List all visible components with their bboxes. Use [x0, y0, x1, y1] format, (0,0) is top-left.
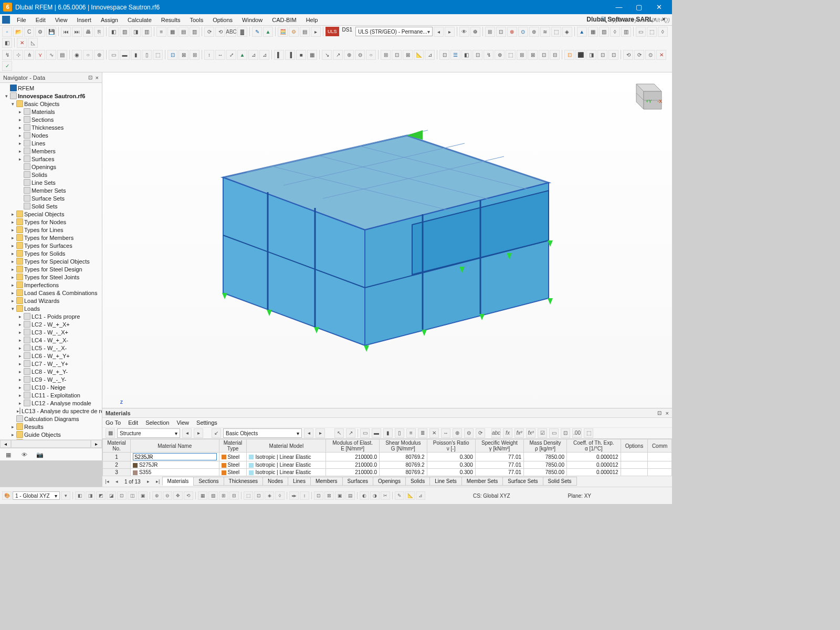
tab-nodes[interactable]: Nodes — [262, 477, 288, 486]
menu-results[interactable]: Results — [156, 15, 185, 25]
tree-node[interactable]: ▸LC4 - W_+_X- — [0, 336, 102, 344]
tree-node[interactable]: Member Sets — [0, 186, 102, 194]
mdi-close-button[interactable]: × — [662, 16, 669, 22]
tree-node[interactable]: RFEM — [0, 84, 102, 92]
menu-file[interactable]: File — [12, 15, 31, 25]
materials-grid[interactable]: MaterialNo.Material NameMaterialTypeMate… — [102, 439, 672, 476]
tree-node[interactable]: ▸LC2 - W_+_X+ — [0, 320, 102, 328]
minimize-button[interactable]: — — [609, 2, 629, 13]
tree-node[interactable]: Calculation Diagrams — [0, 415, 102, 423]
tree-node[interactable]: ▸Guide Objects — [0, 430, 102, 438]
tree-node[interactable]: ▸LC8 - W_+_Y- — [0, 368, 102, 375]
tab-solid-sets[interactable]: Solid Sets — [543, 477, 577, 486]
tree-node[interactable]: ▸LC9 - W_-_Y- — [0, 375, 102, 383]
structure-combo[interactable]: Structure — [117, 428, 180, 438]
tree-node[interactable]: ▸Types for Members — [0, 234, 102, 242]
table-pin-icon[interactable]: ⊡ — [657, 410, 662, 416]
tree-node[interactable]: ▸Load Wizards — [0, 297, 102, 304]
tab-sections[interactable]: Sections — [193, 477, 224, 486]
menu-window[interactable]: Window — [237, 15, 267, 25]
menu-tools[interactable]: Tools — [185, 15, 208, 25]
close-button[interactable]: ✕ — [649, 2, 669, 13]
tree-node[interactable]: ▾Innovespace Sautron.rf6 — [0, 92, 102, 100]
nav-view-icon[interactable]: 👁 — [19, 450, 29, 459]
tab-member-sets[interactable]: Member Sets — [461, 477, 503, 486]
tree-node[interactable]: ▸LC5 - W_-_X- — [0, 344, 102, 352]
tree-node[interactable]: ▸Load Cases & Combinations — [0, 289, 102, 297]
tree-node[interactable]: ▸Nodes — [0, 131, 102, 139]
tab-surface-sets[interactable]: Surface Sets — [502, 477, 543, 486]
tree-node[interactable]: ▸Types for Steel Design — [0, 265, 102, 273]
tree-node[interactable]: ▸Imperfections — [0, 281, 102, 289]
3d-viewport[interactable]: +Y -X — [102, 72, 672, 460]
loadcase-combo[interactable]: ULS (STR/GEO) - Permane... — [355, 27, 433, 36]
tree-node[interactable]: ▸Thicknesses — [0, 123, 102, 131]
tab-thicknesses[interactable]: Thicknesses — [224, 477, 264, 486]
tree-node[interactable]: ▸LC7 - W_-_Y+ — [0, 360, 102, 368]
tab-surfaces[interactable]: Surfaces — [342, 477, 373, 486]
tab-materials[interactable]: Materials — [162, 477, 194, 486]
navigator-tree[interactable]: RFEM▾Innovespace Sautron.rf6▾Basic Objec… — [0, 83, 102, 439]
tree-node[interactable]: ▸Types for Lines — [0, 226, 102, 234]
tree-node[interactable]: ▾Basic Objects — [0, 100, 102, 108]
table-close-icon[interactable]: × — [666, 410, 669, 416]
close-icon[interactable]: × — [96, 72, 99, 83]
menu-insert[interactable]: Insert — [72, 15, 96, 25]
menu-assign[interactable]: Assign — [96, 15, 123, 25]
tab-members[interactable]: Members — [310, 477, 343, 486]
tree-node[interactable]: Line Sets — [0, 178, 102, 186]
tab-solids[interactable]: Solids — [405, 477, 430, 486]
nav-cam-icon[interactable]: 📷 — [35, 450, 45, 459]
tree-node[interactable]: ▸LC11 - Exploitation — [0, 391, 102, 399]
prev-page-button[interactable]: ◂ — [112, 479, 121, 484]
menu-calculate[interactable]: Calculate — [123, 15, 156, 25]
tree-node[interactable]: Openings — [0, 163, 102, 171]
menu-options[interactable]: Options — [208, 15, 237, 25]
last-page-button[interactable]: ▸| — [153, 479, 163, 484]
tree-node[interactable]: ▸Surfaces — [0, 155, 102, 163]
tree-node[interactable]: ▸Members — [0, 147, 102, 155]
menu-edit[interactable]: Edit — [31, 15, 50, 25]
menu-help[interactable]: Help — [301, 15, 323, 25]
tree-node[interactable]: ▸Types for Special Objects — [0, 257, 102, 265]
tree-node[interactable]: ▸Types for Solids — [0, 249, 102, 257]
first-page-button[interactable]: |◂ — [102, 479, 112, 484]
tree-node[interactable]: ▸LC6 - W_+_Y+ — [0, 352, 102, 360]
tree-node[interactable]: ▸LC3 - W_-_X+ — [0, 328, 102, 336]
mdi-restore-button[interactable]: ▫ — [654, 16, 661, 22]
tree-node[interactable]: ▸Types for Surfaces — [0, 242, 102, 249]
table-menu-selection[interactable]: Selection — [145, 419, 169, 426]
tree-node[interactable]: ▸Lines — [0, 139, 102, 147]
tree-node[interactable]: ▸LC1 - Poids propre — [0, 312, 102, 320]
view-cube[interactable]: +Y -X — [626, 79, 665, 116]
tree-node[interactable]: ▸Materials — [0, 108, 102, 116]
tree-node[interactable]: ▸LC12 - Analyse modale — [0, 399, 102, 407]
nav-data-icon[interactable]: ▦ — [3, 450, 14, 459]
table-menu-view[interactable]: View — [176, 419, 189, 426]
menu-view[interactable]: View — [50, 15, 72, 25]
maximize-button[interactable]: ▢ — [629, 2, 649, 13]
tab-line-sets[interactable]: Line Sets — [429, 477, 462, 486]
tree-node[interactable]: ▸Results — [0, 423, 102, 430]
next-page-button[interactable]: ▸ — [144, 479, 153, 484]
menu-cad-bim[interactable]: CAD-BIM — [267, 15, 301, 25]
pin-icon[interactable]: ⊡ — [88, 72, 92, 83]
tree-node[interactable]: ▸Special Objects — [0, 210, 102, 218]
category-combo[interactable]: Basic Objects — [223, 428, 302, 438]
cs-combo[interactable]: 1 - Global XYZ — [13, 491, 60, 500]
tree-node[interactable]: Solids — [0, 171, 102, 178]
uls-badge[interactable]: ULS — [326, 27, 339, 36]
tree-node[interactable]: ▸Types for Steel Joints — [0, 273, 102, 281]
tab-lines[interactable]: Lines — [288, 477, 311, 486]
tree-node[interactable]: ▸LC10 - Neige — [0, 383, 102, 391]
scroll-right-button[interactable]: ▸ — [91, 440, 102, 448]
tree-node[interactable]: ▸Sections — [0, 116, 102, 123]
table-menu-settings[interactable]: Settings — [196, 419, 217, 426]
table-menu-go-to[interactable]: Go To — [106, 419, 121, 426]
tree-node[interactable]: Surface Sets — [0, 194, 102, 202]
tree-node[interactable]: ▸LC13 - Analyse du spectre de rép — [0, 407, 102, 415]
scroll-left-button[interactable]: ◂ — [0, 440, 11, 448]
tree-node[interactable]: ▸Types for Nodes — [0, 218, 102, 226]
tab-openings[interactable]: Openings — [373, 477, 406, 486]
tree-node[interactable]: Solid Sets — [0, 202, 102, 210]
